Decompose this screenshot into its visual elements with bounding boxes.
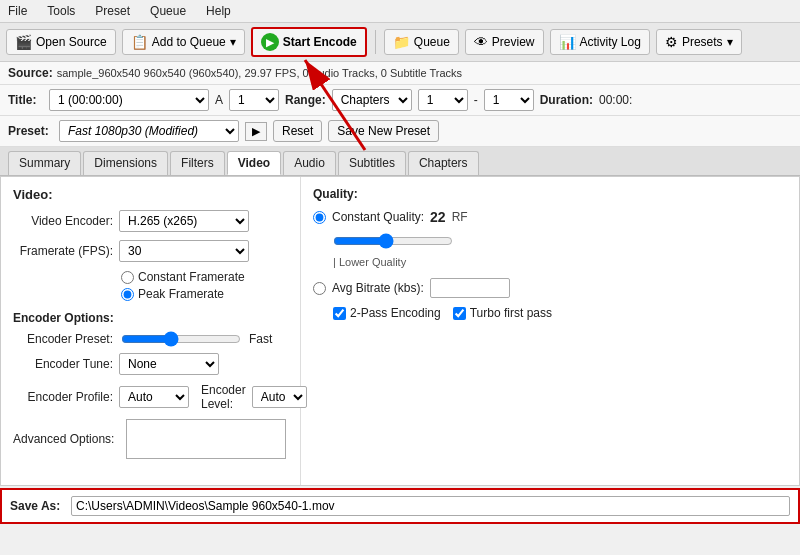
chapter-to-select[interactable]: 1 <box>484 89 534 111</box>
presets-label: Presets <box>682 35 723 49</box>
rf-label: RF <box>452 210 468 224</box>
source-label: Source: <box>8 66 53 80</box>
range-label: Range: <box>285 93 326 107</box>
tab-filters[interactable]: Filters <box>170 151 225 175</box>
presets-icon: ⚙ <box>665 34 678 50</box>
encoder-level-label: Encoder Level: <box>201 383 246 411</box>
encoder-preset-label: Encoder Preset: <box>13 332 113 346</box>
two-pass-label[interactable]: 2-Pass Encoding <box>333 306 441 320</box>
advanced-options-label: Advanced Options: <box>13 432 114 446</box>
film-icon: 🎬 <box>15 34 32 50</box>
encoder-tune-row: Encoder Tune: None Film Animation <box>13 353 288 375</box>
advanced-options-textarea[interactable] <box>126 419 286 459</box>
queue-button[interactable]: 📁 Queue <box>384 29 459 55</box>
menu-help[interactable]: Help <box>202 2 235 20</box>
advanced-options-row: Advanced Options: <box>13 419 288 459</box>
source-value: sample_960x540 960x540 (960x540), 29.97 … <box>57 67 462 79</box>
range-separator: - <box>474 93 478 107</box>
encoder-profile-select[interactable]: Auto Main Main10 <box>119 386 189 408</box>
menu-queue[interactable]: Queue <box>146 2 190 20</box>
turbo-label[interactable]: Turbo first pass <box>453 306 552 320</box>
add-queue-icon: 📋 <box>131 34 148 50</box>
preview-label: Preview <box>492 35 535 49</box>
const-quality-radio[interactable] <box>313 211 326 224</box>
open-source-button[interactable]: 🎬 Open Source <box>6 29 116 55</box>
framerate-select[interactable]: 30 Same as source 24 25 60 <box>119 240 249 262</box>
main-content: Video: Video Encoder: H.265 (x265) H.264… <box>0 176 800 486</box>
menu-preset[interactable]: Preset <box>91 2 134 20</box>
encoder-select[interactable]: H.265 (x265) H.264 (x264) <box>119 210 249 232</box>
tab-video[interactable]: Video <box>227 151 281 175</box>
start-encode-label: Start Encode <box>283 35 357 49</box>
tab-chapters[interactable]: Chapters <box>408 151 479 175</box>
constant-framerate-radio[interactable] <box>121 271 134 284</box>
encoder-options-title: Encoder Options: <box>13 311 288 325</box>
reset-button[interactable]: Reset <box>273 120 322 142</box>
log-icon: 📊 <box>559 34 576 50</box>
preset-select[interactable]: Fast 1080p30 (Modified) <box>59 120 239 142</box>
peak-framerate-radio[interactable] <box>121 288 134 301</box>
separator <box>375 30 376 54</box>
save-as-label: Save As: <box>10 499 65 513</box>
peak-framerate-label[interactable]: Peak Framerate <box>121 287 288 301</box>
save-as-input[interactable] <box>71 496 790 516</box>
const-quality-row: Constant Quality: 22 RF <box>313 209 787 225</box>
tab-dimensions[interactable]: Dimensions <box>83 151 168 175</box>
encoder-profile-label: Encoder Profile: <box>13 390 113 404</box>
tab-audio[interactable]: Audio <box>283 151 336 175</box>
save-as-bar: Save As: <box>0 488 800 524</box>
encoder-preset-row: Encoder Preset: Fast <box>13 331 288 347</box>
activity-log-label: Activity Log <box>580 35 641 49</box>
quality-title: Quality: <box>313 187 787 201</box>
chapter-from-select[interactable]: 1 <box>418 89 468 111</box>
quality-slider[interactable] <box>333 233 453 249</box>
title-row: Title: 1 (00:00:00) A 1 Range: Chapters … <box>0 85 800 116</box>
encoder-tune-select[interactable]: None Film Animation <box>119 353 219 375</box>
duration-value: 00:00: <box>599 93 632 107</box>
constant-framerate-label[interactable]: Constant Framerate <box>121 270 288 284</box>
preset-row: Preset: Fast 1080p30 (Modified) ▶ Reset … <box>0 116 800 147</box>
encoding-options-row: 2-Pass Encoding Turbo first pass <box>333 306 787 320</box>
add-to-queue-label: Add to Queue <box>152 35 226 49</box>
title-select[interactable]: 1 (00:00:00) <box>49 89 209 111</box>
encoder-preset-slider[interactable] <box>121 331 241 347</box>
presets-arrow-icon: ▾ <box>727 35 733 49</box>
bitrate-input[interactable] <box>430 278 510 298</box>
bitrate-row: Avg Bitrate (kbs): <box>313 278 787 298</box>
framerate-radio-group: Constant Framerate Peak Framerate <box>121 270 288 301</box>
encoder-row: Video Encoder: H.265 (x265) H.264 (x264) <box>13 210 288 232</box>
angle-select[interactable]: 1 <box>229 89 279 111</box>
encoder-profile-row: Encoder Profile: Auto Main Main10 Encode… <box>13 383 288 411</box>
preset-label: Preset: <box>8 124 53 138</box>
save-new-preset-button[interactable]: Save New Preset <box>328 120 439 142</box>
activity-log-button[interactable]: 📊 Activity Log <box>550 29 650 55</box>
start-encode-button[interactable]: ▶ Start Encode <box>251 27 367 57</box>
queue-label: Queue <box>414 35 450 49</box>
turbo-checkbox[interactable] <box>453 307 466 320</box>
preset-details-button[interactable]: ▶ <box>245 122 267 141</box>
source-row: Source: sample_960x540 960x540 (960x540)… <box>0 62 800 85</box>
avg-bitrate-radio[interactable] <box>313 282 326 295</box>
quality-value: 22 <box>430 209 446 225</box>
menu-file[interactable]: File <box>4 2 31 20</box>
tabs-bar: Summary Dimensions Filters Video Audio S… <box>0 147 800 176</box>
video-section-title: Video: <box>13 187 288 202</box>
preview-icon: 👁 <box>474 34 488 50</box>
encoder-level-select[interactable]: Auto <box>252 386 307 408</box>
preview-button[interactable]: 👁 Preview <box>465 29 544 55</box>
duration-label: Duration: <box>540 93 593 107</box>
framerate-label: Framerate (FPS): <box>13 244 113 258</box>
left-panel: Video: Video Encoder: H.265 (x265) H.264… <box>1 177 301 485</box>
chapters-select[interactable]: Chapters <box>332 89 412 111</box>
tab-summary[interactable]: Summary <box>8 151 81 175</box>
presets-button[interactable]: ⚙ Presets ▾ <box>656 29 742 55</box>
avg-bitrate-label: Avg Bitrate (kbs): <box>332 281 424 295</box>
const-quality-label: Constant Quality: <box>332 210 424 224</box>
right-panel: Quality: Constant Quality: 22 RF | Lower… <box>301 177 799 485</box>
encoder-tune-label: Encoder Tune: <box>13 357 113 371</box>
tab-subtitles[interactable]: Subtitles <box>338 151 406 175</box>
menu-tools[interactable]: Tools <box>43 2 79 20</box>
framerate-row: Framerate (FPS): 30 Same as source 24 25… <box>13 240 288 262</box>
two-pass-checkbox[interactable] <box>333 307 346 320</box>
add-to-queue-button[interactable]: 📋 Add to Queue ▾ <box>122 29 245 55</box>
